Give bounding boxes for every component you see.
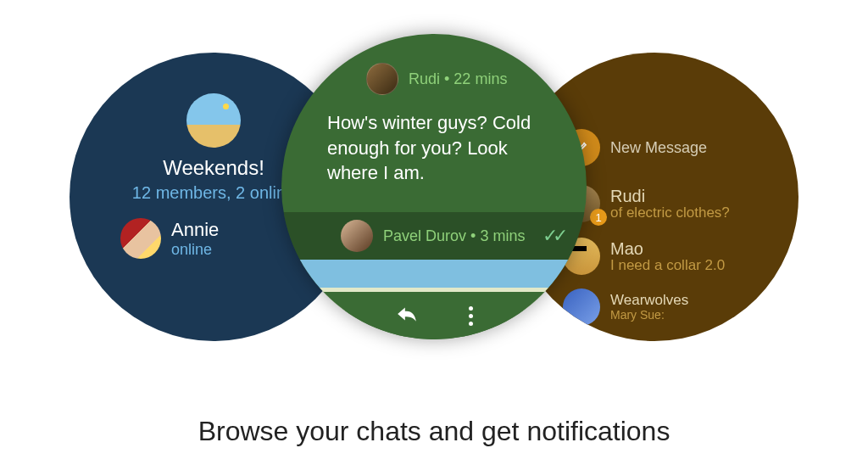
sender-name: Pavel Durov (383, 227, 466, 244)
group-avatar[interactable] (186, 93, 241, 148)
reply-button[interactable] (396, 303, 418, 328)
sender-name: Rudi (409, 70, 440, 87)
chat-title: Wearwolves (610, 293, 688, 309)
message-body[interactable]: How's winter guys? Cold enough for you? … (327, 110, 561, 186)
reply-icon (396, 303, 418, 325)
avatar (563, 288, 600, 326)
sender-avatar (366, 63, 398, 95)
chat-preview: Mary Sue: (610, 309, 688, 322)
sender-meta: Rudi • 22 mins (409, 70, 507, 88)
sender-time: 3 mins (480, 227, 525, 244)
member-status: online (171, 241, 219, 259)
promo-stage: Weekends! 12 members, 2 online Annie onl… (0, 0, 868, 476)
message-header-2[interactable]: Pavel Durov • 3 mins ✓✓ (281, 212, 587, 260)
sender-avatar (341, 220, 373, 252)
compose-label: New Message (610, 139, 707, 157)
action-bar (281, 292, 587, 339)
member-name: Annie (171, 219, 219, 241)
group-subtitle: 12 members, 2 online (132, 183, 295, 203)
member-avatar (120, 218, 161, 259)
chat-preview: I need a collar 2.0 (610, 258, 725, 274)
chat-preview: of electric clothes? (610, 205, 730, 221)
unread-badge: 1 (590, 209, 607, 226)
chat-title: Rudi (610, 187, 730, 205)
chat-row-wearwolves[interactable]: Wearwolves Mary Sue: (510, 283, 798, 331)
page-tagline: Browse your chats and get notifications (0, 416, 868, 447)
chat-title: Mao (610, 239, 725, 258)
group-title[interactable]: Weekends! (163, 156, 264, 180)
more-button[interactable] (469, 306, 473, 326)
sender-time: 22 mins (453, 70, 507, 87)
more-icon (469, 306, 473, 311)
watchface-conversation: Rudi • 22 mins How's winter guys? Cold e… (281, 34, 587, 339)
sender-meta: Pavel Durov • 3 mins (383, 227, 532, 245)
message-header[interactable]: Rudi • 22 mins (281, 63, 587, 95)
